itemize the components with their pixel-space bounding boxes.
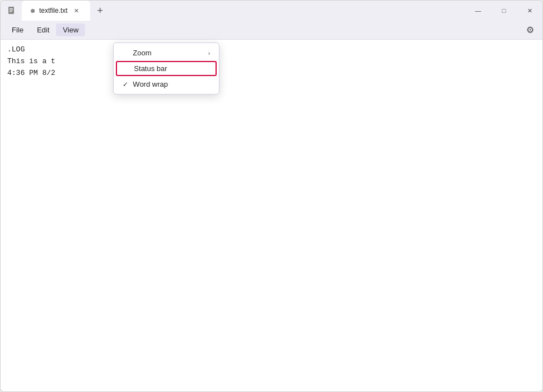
zoom-arrow: › [208, 50, 210, 56]
edit-menu[interactable]: Edit [30, 23, 56, 36]
editor-area[interactable]: .LOG This is a t 4:36 PM 8/2 [1, 40, 542, 391]
tab-close-button[interactable]: ✕ [72, 6, 81, 15]
view-menu-label: View [63, 26, 78, 34]
status-bar-item-left: Status bar [124, 64, 167, 73]
app-window: textfile.txt ✕ + — □ ✕ File Edit View [0, 0, 543, 392]
close-button[interactable]: ✕ [517, 1, 542, 21]
zoom-label: Zoom [133, 49, 151, 57]
settings-button[interactable]: ⚙ [522, 22, 538, 38]
zoom-menu-item[interactable]: Zoom › [114, 45, 219, 60]
active-tab[interactable]: textfile.txt ✕ [22, 1, 90, 21]
editor-line-3: 4:36 PM 8/2 [7, 68, 536, 79]
status-bar-label: Status bar [134, 64, 167, 73]
tab-unsaved-dot [31, 9, 35, 13]
view-menu[interactable]: View Zoom › Stat [56, 23, 85, 36]
tab-filename: textfile.txt [39, 7, 68, 15]
svg-rect-2 [10, 10, 13, 11]
titlebar-tabs: textfile.txt ✕ + [22, 1, 108, 21]
new-tab-button[interactable]: + [92, 3, 108, 18]
status-bar-menu-item[interactable]: Status bar [116, 61, 217, 76]
editor-line-1: .LOG [7, 44, 536, 56]
word-wrap-check: ✓ [123, 81, 130, 88]
word-wrap-label: Word wrap [133, 80, 168, 88]
svg-rect-1 [10, 8, 13, 9]
editor-line-2: This is a t [7, 56, 536, 68]
view-dropdown: Zoom › Status bar ✓ [113, 42, 219, 95]
menu-items: File Edit View Zoom › [5, 23, 85, 36]
svg-rect-3 [10, 11, 12, 12]
menubar: File Edit View Zoom › [1, 21, 542, 40]
file-menu[interactable]: File [5, 23, 30, 36]
word-wrap-item-left: ✓ Word wrap [123, 80, 168, 88]
titlebar-left: textfile.txt ✕ + [7, 1, 108, 21]
maximize-button[interactable]: □ [491, 1, 517, 21]
zoom-item-left: Zoom [123, 49, 151, 57]
window-controls: — □ ✕ [465, 1, 542, 21]
titlebar: textfile.txt ✕ + — □ ✕ [1, 1, 542, 21]
word-wrap-menu-item[interactable]: ✓ Word wrap [114, 77, 219, 92]
minimize-button[interactable]: — [465, 1, 491, 21]
app-icon [7, 6, 16, 15]
